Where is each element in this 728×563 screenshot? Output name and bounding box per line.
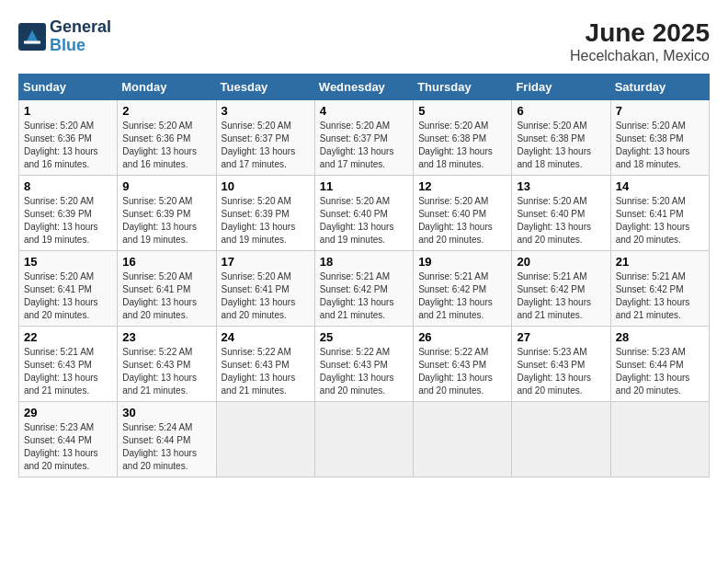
calendar-cell: 4Sunrise: 5:20 AM Sunset: 6:37 PM Daylig… <box>314 100 413 176</box>
day-number: 21 <box>616 255 704 269</box>
day-number: 23 <box>122 330 210 344</box>
calendar-cell: 16Sunrise: 5:20 AM Sunset: 6:41 PM Dayli… <box>118 251 216 327</box>
calendar-cell: 15Sunrise: 5:20 AM Sunset: 6:41 PM Dayli… <box>19 251 118 327</box>
day-detail: Sunrise: 5:20 AM Sunset: 6:41 PM Dayligh… <box>616 195 704 247</box>
day-detail: Sunrise: 5:23 AM Sunset: 6:44 PM Dayligh… <box>24 421 112 473</box>
calendar-cell <box>610 402 709 477</box>
day-detail: Sunrise: 5:20 AM Sunset: 6:38 PM Dayligh… <box>616 120 704 171</box>
logo-line1: General <box>50 18 111 37</box>
calendar-cell: 3Sunrise: 5:20 AM Sunset: 6:37 PM Daylig… <box>216 100 314 176</box>
day-number: 14 <box>616 179 704 193</box>
day-detail: Sunrise: 5:20 AM Sunset: 6:40 PM Dayligh… <box>418 195 506 247</box>
calendar-cell <box>512 402 610 477</box>
day-number: 29 <box>24 406 112 419</box>
calendar-week-row: 8Sunrise: 5:20 AM Sunset: 6:39 PM Daylig… <box>19 176 710 251</box>
day-detail: Sunrise: 5:23 AM Sunset: 6:44 PM Dayligh… <box>616 346 704 397</box>
logo-text: General Blue <box>50 18 111 55</box>
day-detail: Sunrise: 5:20 AM Sunset: 6:37 PM Dayligh… <box>222 120 310 171</box>
day-number: 28 <box>616 330 704 344</box>
day-number: 20 <box>517 255 605 269</box>
day-number: 7 <box>616 104 704 118</box>
calendar-week-row: 15Sunrise: 5:20 AM Sunset: 6:41 PM Dayli… <box>19 251 710 327</box>
header-cell-saturday: Saturday <box>610 75 709 100</box>
calendar-cell: 10Sunrise: 5:20 AM Sunset: 6:39 PM Dayli… <box>216 176 314 251</box>
calendar-cell: 9Sunrise: 5:20 AM Sunset: 6:39 PM Daylig… <box>118 176 216 251</box>
calendar-cell: 17Sunrise: 5:20 AM Sunset: 6:41 PM Dayli… <box>216 251 314 327</box>
calendar-cell: 12Sunrise: 5:20 AM Sunset: 6:40 PM Dayli… <box>414 176 512 251</box>
day-number: 6 <box>517 104 605 118</box>
calendar-week-row: 22Sunrise: 5:21 AM Sunset: 6:43 PM Dayli… <box>19 327 710 402</box>
day-number: 27 <box>517 330 605 344</box>
calendar-cell: 19Sunrise: 5:21 AM Sunset: 6:42 PM Dayli… <box>414 251 512 327</box>
calendar-week-row: 1Sunrise: 5:20 AM Sunset: 6:36 PM Daylig… <box>19 100 710 176</box>
day-detail: Sunrise: 5:20 AM Sunset: 6:38 PM Dayligh… <box>517 120 605 171</box>
day-detail: Sunrise: 5:22 AM Sunset: 6:43 PM Dayligh… <box>418 346 506 397</box>
calendar-cell <box>216 402 314 477</box>
day-detail: Sunrise: 5:21 AM Sunset: 6:43 PM Dayligh… <box>24 346 112 397</box>
calendar-cell: 28Sunrise: 5:23 AM Sunset: 6:44 PM Dayli… <box>610 327 709 402</box>
day-number: 26 <box>418 330 506 344</box>
header-cell-thursday: Thursday <box>414 75 512 100</box>
day-number: 10 <box>222 179 310 193</box>
day-number: 5 <box>418 104 506 118</box>
calendar-cell: 23Sunrise: 5:22 AM Sunset: 6:43 PM Dayli… <box>118 327 216 402</box>
day-number: 3 <box>222 104 310 118</box>
day-number: 16 <box>122 255 210 269</box>
calendar-cell: 26Sunrise: 5:22 AM Sunset: 6:43 PM Dayli… <box>414 327 512 402</box>
header: General Blue June 2025 Hecelchakan, Mexi… <box>18 18 710 64</box>
day-detail: Sunrise: 5:20 AM Sunset: 6:41 PM Dayligh… <box>24 270 112 322</box>
calendar-cell: 8Sunrise: 5:20 AM Sunset: 6:39 PM Daylig… <box>19 176 118 251</box>
calendar-cell: 14Sunrise: 5:20 AM Sunset: 6:41 PM Dayli… <box>610 176 709 251</box>
logo-icon <box>18 23 46 51</box>
day-detail: Sunrise: 5:22 AM Sunset: 6:43 PM Dayligh… <box>320 346 408 397</box>
calendar-cell <box>314 402 413 477</box>
day-detail: Sunrise: 5:20 AM Sunset: 6:36 PM Dayligh… <box>24 120 112 171</box>
svg-rect-2 <box>24 40 40 43</box>
day-detail: Sunrise: 5:20 AM Sunset: 6:41 PM Dayligh… <box>122 270 210 322</box>
day-number: 22 <box>24 330 112 344</box>
day-detail: Sunrise: 5:20 AM Sunset: 6:36 PM Dayligh… <box>122 120 210 171</box>
day-detail: Sunrise: 5:21 AM Sunset: 6:42 PM Dayligh… <box>517 270 605 322</box>
calendar-header-row: SundayMondayTuesdayWednesdayThursdayFrid… <box>19 75 710 100</box>
day-number: 30 <box>122 406 210 419</box>
calendar-cell: 30Sunrise: 5:24 AM Sunset: 6:44 PM Dayli… <box>118 402 216 477</box>
calendar-cell: 18Sunrise: 5:21 AM Sunset: 6:42 PM Dayli… <box>314 251 413 327</box>
calendar-cell: 29Sunrise: 5:23 AM Sunset: 6:44 PM Dayli… <box>19 402 118 477</box>
calendar-cell: 22Sunrise: 5:21 AM Sunset: 6:43 PM Dayli… <box>19 327 118 402</box>
logo-line2: Blue <box>50 37 111 55</box>
day-detail: Sunrise: 5:22 AM Sunset: 6:43 PM Dayligh… <box>222 346 310 397</box>
calendar-title: June 2025 <box>570 18 710 48</box>
calendar-cell: 1Sunrise: 5:20 AM Sunset: 6:36 PM Daylig… <box>19 100 118 176</box>
day-detail: Sunrise: 5:20 AM Sunset: 6:39 PM Dayligh… <box>122 195 210 247</box>
day-number: 1 <box>24 104 112 118</box>
calendar-cell: 25Sunrise: 5:22 AM Sunset: 6:43 PM Dayli… <box>314 327 413 402</box>
calendar-cell: 2Sunrise: 5:20 AM Sunset: 6:36 PM Daylig… <box>118 100 216 176</box>
header-cell-monday: Monday <box>118 75 216 100</box>
day-number: 12 <box>418 179 506 193</box>
title-area: June 2025 Hecelchakan, Mexico <box>570 18 710 64</box>
day-number: 4 <box>320 104 408 118</box>
day-number: 24 <box>222 330 310 344</box>
day-number: 19 <box>418 255 506 269</box>
day-detail: Sunrise: 5:20 AM Sunset: 6:39 PM Dayligh… <box>24 195 112 247</box>
calendar-cell: 21Sunrise: 5:21 AM Sunset: 6:42 PM Dayli… <box>610 251 709 327</box>
day-detail: Sunrise: 5:23 AM Sunset: 6:43 PM Dayligh… <box>517 346 605 397</box>
header-cell-sunday: Sunday <box>19 75 118 100</box>
day-detail: Sunrise: 5:21 AM Sunset: 6:42 PM Dayligh… <box>320 270 408 322</box>
day-detail: Sunrise: 5:22 AM Sunset: 6:43 PM Dayligh… <box>122 346 210 397</box>
calendar-cell: 6Sunrise: 5:20 AM Sunset: 6:38 PM Daylig… <box>512 100 610 176</box>
calendar-cell: 11Sunrise: 5:20 AM Sunset: 6:40 PM Dayli… <box>314 176 413 251</box>
calendar-cell <box>414 402 512 477</box>
calendar-cell: 7Sunrise: 5:20 AM Sunset: 6:38 PM Daylig… <box>610 100 709 176</box>
day-number: 8 <box>24 179 112 193</box>
day-detail: Sunrise: 5:20 AM Sunset: 6:40 PM Dayligh… <box>517 195 605 247</box>
day-detail: Sunrise: 5:21 AM Sunset: 6:42 PM Dayligh… <box>616 270 704 322</box>
header-cell-tuesday: Tuesday <box>216 75 314 100</box>
day-number: 25 <box>320 330 408 344</box>
calendar-cell: 20Sunrise: 5:21 AM Sunset: 6:42 PM Dayli… <box>512 251 610 327</box>
day-detail: Sunrise: 5:20 AM Sunset: 6:40 PM Dayligh… <box>320 195 408 247</box>
day-number: 2 <box>122 104 210 118</box>
day-detail: Sunrise: 5:20 AM Sunset: 6:39 PM Dayligh… <box>222 195 310 247</box>
day-number: 13 <box>517 179 605 193</box>
header-cell-friday: Friday <box>512 75 610 100</box>
